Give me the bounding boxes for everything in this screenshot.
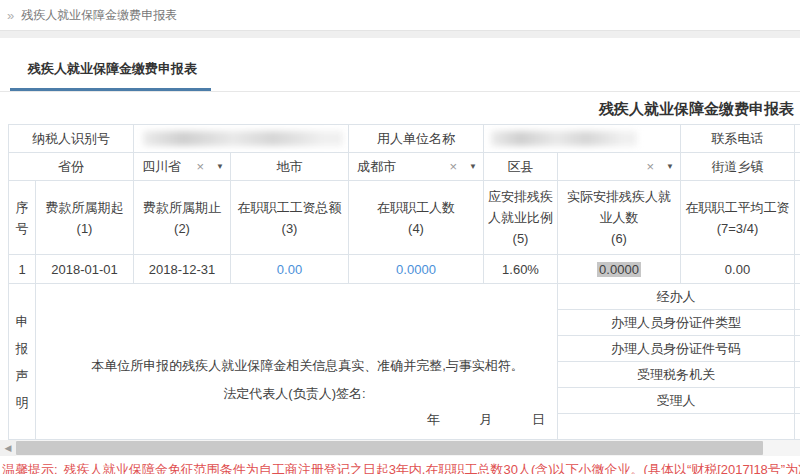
cell-required-ratio: 1.60% xyxy=(484,255,558,284)
cut-cell xyxy=(795,336,800,362)
breadcrumb: » 残疾人就业保障金缴费申报表 xyxy=(0,0,800,30)
scroll-left-arrow-icon[interactable]: ◀ xyxy=(0,440,16,456)
warm-tip-note: 温馨提示:残疾人就业保障金免征范围条件为自工商注册登记之日起3年内,在职职工总数… xyxy=(0,461,800,474)
form-panel: 残疾人就业保障金缴费申报表 纳税人识别号 用人单位名称 联系电话 省份 四川省 xyxy=(0,100,800,440)
taxpayer-id-redacted-value xyxy=(143,131,343,146)
contact-phone-label: 联系电话 xyxy=(681,125,795,153)
warm-tip-text: 残疾人就业保障金免征范围条件为自工商注册登记之日起3年内,在职职工总数30人(含… xyxy=(64,462,800,474)
chevron-double-right-icon: » xyxy=(7,8,14,23)
cut-cell xyxy=(795,414,800,440)
accepting-tax-authority-label: 受理税务机关 xyxy=(558,362,795,388)
cut-cell xyxy=(795,125,800,153)
declaration-body-text: 本单位所申报的残疾人就业保障金相关信息真实、准确并完整,与事实相符。 xyxy=(48,352,541,380)
declaration-statement-cell: 本单位所申报的残疾人就业保障金相关信息真实、准确并完整,与事实相符。 法定代表人… xyxy=(36,284,558,440)
district-select[interactable]: × ▼ xyxy=(558,153,681,181)
employer-name-field[interactable] xyxy=(484,125,681,153)
cell-period-start: 2018-01-01 xyxy=(36,255,134,284)
horizontal-scrollbar[interactable]: ◀ xyxy=(0,440,800,456)
declaration-form-table: 纳税人识别号 用人单位名称 联系电话 省份 四川省 × ▼ 地市 xyxy=(8,124,800,440)
col-header-period-start: 费款所属期起(1) xyxy=(36,181,134,255)
col-header-period-end: 费款所属期止(2) xyxy=(134,181,231,255)
clear-icon[interactable]: × xyxy=(196,159,204,174)
caret-down-icon[interactable]: ▼ xyxy=(469,162,477,171)
district-label: 区县 xyxy=(484,153,558,181)
cut-cell xyxy=(795,362,800,388)
cut-cell xyxy=(795,153,800,181)
col-header-average-salary: 在职职工平均工资(7=3/4) xyxy=(681,181,795,255)
handler-label: 经办人 xyxy=(558,284,795,310)
cut-cell xyxy=(795,255,800,284)
caret-down-icon[interactable]: ▼ xyxy=(216,162,224,171)
declaration-side-label: 申报声明 xyxy=(9,284,36,440)
warm-tip-prefix: 温馨提示: xyxy=(2,462,58,474)
table-row: 1 2018-01-01 2018-12-31 0.00 0.0000 1.60… xyxy=(9,255,800,284)
acceptor-label: 受理人 xyxy=(558,388,795,414)
scrollbar-thumb[interactable] xyxy=(16,441,763,455)
cell-actual-disabled-count-input[interactable]: 0.0000 xyxy=(558,255,681,284)
clear-icon[interactable]: × xyxy=(449,159,457,174)
empty-cell xyxy=(558,414,795,440)
cell-average-salary: 0.00 xyxy=(681,255,795,284)
info-row-1: 纳税人识别号 用人单位名称 联系电话 xyxy=(9,125,800,153)
province-value: 四川省 xyxy=(142,158,192,176)
handler-id-number-label: 办理人员身份证件号码 xyxy=(558,336,795,362)
page-divider xyxy=(0,30,800,38)
clear-icon[interactable]: × xyxy=(646,159,654,174)
taxpayer-id-label: 纳税人识别号 xyxy=(9,125,134,153)
month-label: 月 xyxy=(479,412,492,427)
province-select[interactable]: 四川省 × ▼ xyxy=(134,153,231,181)
cut-cell xyxy=(795,284,800,310)
cell-period-end: 2018-12-31 xyxy=(134,255,231,284)
handler-id-type-label: 办理人员身份证件类型 xyxy=(558,310,795,336)
tab-disability-fund-declaration[interactable]: 残疾人就业保障金缴费申报表 xyxy=(10,56,211,91)
employer-name-redacted-value xyxy=(491,131,637,146)
province-label: 省份 xyxy=(9,153,134,181)
col-header-required-ratio: 应安排残疾人就业比例(5) xyxy=(484,181,558,255)
employer-name-label: 用人单位名称 xyxy=(349,125,484,153)
cell-total-salary-input[interactable]: 0.00 xyxy=(231,255,349,284)
cell-seq: 1 xyxy=(9,255,36,284)
col-header-seq: 序号 xyxy=(9,181,36,255)
breadcrumb-label[interactable]: 残疾人就业保障金缴费申报表 xyxy=(21,7,177,24)
col-header-total-salary: 在职职工工资总额(3) xyxy=(231,181,349,255)
city-label: 地市 xyxy=(231,153,349,181)
declaration-date-labels: 年 月 日 xyxy=(391,411,545,429)
info-row-2: 省份 四川省 × ▼ 地市 成都市 × ▼ 区县 × xyxy=(9,153,800,181)
street-label: 街道乡镇 xyxy=(681,153,795,181)
table-header-row: 序号 费款所属期起(1) 费款所属期止(2) 在职职工工资总额(3) 在职职工人… xyxy=(9,181,800,255)
cut-cell xyxy=(795,181,800,255)
cell-employee-count-input[interactable]: 0.0000 xyxy=(349,255,484,284)
year-label: 年 xyxy=(427,412,440,427)
tab-bar: 残疾人就业保障金缴费申报表 xyxy=(0,38,800,92)
city-select[interactable]: 成都市 × ▼ xyxy=(349,153,484,181)
day-label: 日 xyxy=(532,412,545,427)
city-value: 成都市 xyxy=(357,158,445,176)
col-header-employee-count: 在职职工人数(4) xyxy=(349,181,484,255)
cut-cell xyxy=(795,388,800,414)
form-title: 残疾人就业保障金缴费申报表 xyxy=(8,100,794,119)
caret-down-icon[interactable]: ▼ xyxy=(666,162,674,171)
cut-cell xyxy=(795,310,800,336)
taxpayer-id-field[interactable] xyxy=(134,125,349,153)
col-header-actual-count: 实际安排残疾人就业人数(6) xyxy=(558,181,681,255)
declaration-signature-label: 法定代表人(负责人)签名: xyxy=(48,380,541,408)
declaration-row: 申报声明 本单位所申报的残疾人就业保障金相关信息真实、准确并完整,与事实相符。 … xyxy=(9,284,800,310)
